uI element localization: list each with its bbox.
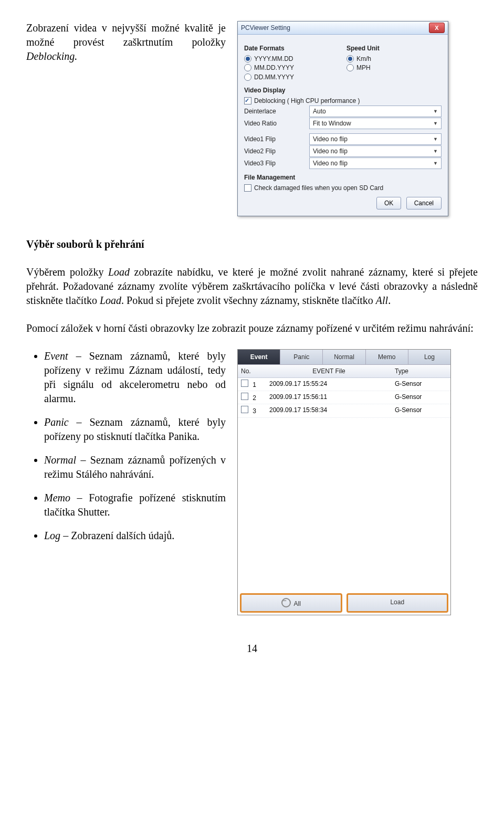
group-video-display: Video Display bbox=[244, 86, 442, 94]
select-video-ratio[interactable]: Fit to Window▼ bbox=[309, 118, 442, 129]
table-row[interactable]: 3 2009.09.17 15:58:34 G-Sensor bbox=[238, 404, 450, 417]
checkbox-icon[interactable] bbox=[241, 380, 248, 387]
label-video2-flip: Video2 Flip bbox=[244, 147, 307, 155]
group-file-management: File Management bbox=[244, 173, 442, 182]
ok-button[interactable]: OK bbox=[376, 197, 401, 209]
bullet-panic: Panic – Seznam záznamů, které byly poříz… bbox=[44, 415, 226, 444]
heading-select-files: Výběr souborů k přehrání bbox=[26, 238, 144, 250]
titlebar[interactable]: PCViewer Setting X bbox=[238, 22, 448, 35]
chevron-down-icon: ▼ bbox=[433, 108, 438, 114]
radio-icon bbox=[244, 64, 251, 71]
label-video-ratio: Video Ratio bbox=[244, 119, 307, 128]
intro-emph: Deblocking. bbox=[26, 50, 77, 62]
intro-para: Zobrazení videa v nejvyšší možné kvalitě… bbox=[26, 21, 226, 64]
chevron-down-icon: ▼ bbox=[433, 160, 438, 166]
chevron-down-icon: ▼ bbox=[433, 148, 438, 154]
radio-speed-kmh[interactable]: Km/h bbox=[346, 55, 442, 63]
radio-icon bbox=[244, 55, 251, 62]
window-title: PCViewer Setting bbox=[241, 24, 290, 32]
bullet-event: Event – Seznam záznamů, které byly poříz… bbox=[44, 349, 226, 406]
all-button[interactable]: All bbox=[240, 593, 342, 613]
tab-panic[interactable]: Panic bbox=[280, 350, 323, 365]
tab-memo[interactable]: Memo bbox=[366, 350, 408, 365]
select-video3-flip[interactable]: Video no flip▼ bbox=[309, 157, 442, 169]
paragraph-tabs-intro: Pomocí záložek v horní části obrazovky l… bbox=[26, 321, 478, 335]
paragraph-select-files: Výběrem položky Load zobrazíte nabídku, … bbox=[26, 265, 478, 308]
checkbox-icon bbox=[244, 184, 251, 192]
radio-date-dmy[interactable]: DD.MM.YYYY bbox=[244, 73, 339, 81]
label-video3-flip: Video3 Flip bbox=[244, 159, 307, 167]
tab-log[interactable]: Log bbox=[408, 350, 450, 365]
minus-circle-icon bbox=[281, 598, 291, 607]
bullet-normal: Normal – Seznam záznamů pořízených v rež… bbox=[44, 453, 226, 481]
radio-icon bbox=[346, 64, 354, 71]
col-type: Type bbox=[392, 365, 450, 377]
radio-speed-mph[interactable]: MPH bbox=[346, 64, 442, 72]
group-speed-unit: Speed Unit bbox=[346, 44, 442, 52]
checkbox-check-damaged[interactable]: Check damaged files when you open SD Car… bbox=[244, 184, 442, 192]
tab-event[interactable]: Event bbox=[238, 350, 280, 365]
checkbox-deblocking[interactable]: Deblocking ( High CPU performance ) bbox=[244, 97, 442, 105]
table-header: No. EVENT File Type bbox=[238, 365, 450, 378]
col-no: No. bbox=[238, 365, 266, 377]
label-deinterlace: Deinterlace bbox=[244, 107, 307, 115]
cancel-button[interactable]: Cancel bbox=[406, 197, 442, 209]
bullet-memo: Memo – Fotografie pořízené stisknutím tl… bbox=[44, 491, 226, 519]
radio-date-ymd[interactable]: YYYY.MM.DD bbox=[244, 55, 339, 63]
page-number: 14 bbox=[26, 642, 478, 656]
intro-text: Zobrazení videa v nejvyšší možné kvalitě… bbox=[26, 22, 226, 48]
checkbox-icon[interactable] bbox=[241, 393, 248, 400]
load-button[interactable]: Load bbox=[346, 593, 449, 613]
radio-icon bbox=[346, 55, 354, 62]
select-deinterlace[interactable]: Auto▼ bbox=[309, 106, 442, 117]
file-list-panel: Event Panic Normal Memo Log No. EVENT Fi… bbox=[237, 349, 451, 615]
radio-date-mdy[interactable]: MM.DD.YYYY bbox=[244, 64, 339, 72]
table-empty-area bbox=[238, 418, 450, 591]
bullet-log: Log – Zobrazení dalších údajů. bbox=[44, 529, 226, 543]
col-file: EVENT File bbox=[266, 365, 392, 377]
checkbox-icon bbox=[244, 97, 251, 104]
chevron-down-icon: ▼ bbox=[433, 120, 438, 127]
radio-icon bbox=[244, 73, 251, 81]
select-video2-flip[interactable]: Video no flip▼ bbox=[309, 145, 442, 157]
table-row[interactable]: 1 2009.09.17 15:55:24 G-Sensor bbox=[238, 378, 450, 391]
pcviewer-settings-window: PCViewer Setting X Date Formats YYYY.MM.… bbox=[237, 21, 448, 216]
checkbox-icon[interactable] bbox=[241, 406, 248, 413]
group-date-formats: Date Formats bbox=[244, 44, 339, 52]
select-video1-flip[interactable]: Video no flip▼ bbox=[309, 133, 442, 145]
tab-normal[interactable]: Normal bbox=[323, 350, 365, 365]
chevron-down-icon: ▼ bbox=[433, 136, 438, 142]
table-row[interactable]: 2 2009.09.17 15:56:11 G-Sensor bbox=[238, 391, 450, 404]
close-icon[interactable]: X bbox=[429, 23, 445, 33]
label-video1-flip: Video1 Flip bbox=[244, 135, 307, 143]
